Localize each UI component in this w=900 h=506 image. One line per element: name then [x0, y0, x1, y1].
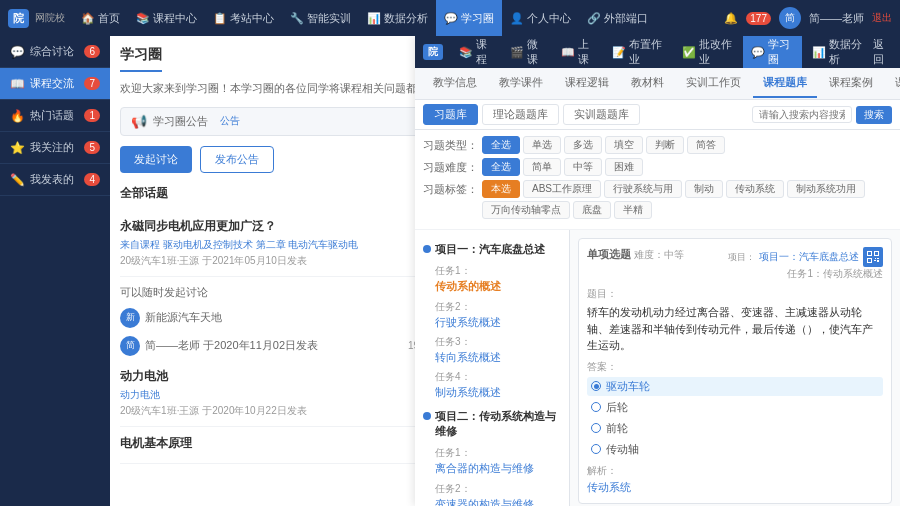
- overlay-nav-class[interactable]: 📖 上课: [553, 36, 602, 68]
- nav-exam[interactable]: 📋 考站中心: [205, 0, 282, 36]
- search-button[interactable]: 搜索: [856, 106, 892, 124]
- logo-box: 院: [8, 9, 29, 28]
- search-input[interactable]: [752, 106, 852, 123]
- nav-personal[interactable]: 👤 个人中心: [502, 0, 579, 36]
- filter-tag-transmission[interactable]: 传动系统: [726, 180, 784, 198]
- overlay-course-tabs: 教学信息 教学课件 课程逻辑 教材料 实训工作页 课程题库 课程案例 课程大纲 …: [415, 68, 900, 100]
- nav-courses[interactable]: 📚 课程中心: [128, 0, 205, 36]
- filter-row-type: 习题类型： 全选 单选 多选 填空 判断 简答: [423, 136, 892, 154]
- overlay-nav-assign[interactable]: 📝 布置作业: [604, 36, 672, 68]
- tab-outline[interactable]: 课程大纲: [885, 70, 900, 98]
- filter-tag-fill[interactable]: 填空: [605, 136, 643, 154]
- filter-tag-brake-system[interactable]: 制动系统功用: [787, 180, 865, 198]
- discussion-meta-1: 20级汽车1班·王源 于2021年05月10日发表: [120, 254, 419, 268]
- svg-rect-5: [868, 259, 871, 262]
- overlay-nav-circle[interactable]: 💬 学习圈: [743, 36, 801, 68]
- discussion-title-3[interactable]: 电机基本原理: [120, 435, 419, 452]
- app-logo: 院 网院校: [8, 9, 65, 28]
- top-navigation: 院 网院校 🏠 首页 📚 课程中心 📋 考站中心 🔧 智能实训 📊 数据分析 💬…: [0, 0, 900, 36]
- back-button[interactable]: 返回: [873, 37, 892, 67]
- filter-tag-easy[interactable]: 简单: [523, 158, 561, 176]
- nav-data[interactable]: 📊 数据分析: [359, 0, 436, 36]
- answer-option-1-2: 后轮: [587, 398, 883, 417]
- post-announcement-button[interactable]: 发布公告: [200, 146, 274, 173]
- bell-icon[interactable]: 🔔: [724, 12, 738, 25]
- post-discussion-button[interactable]: 发起讨论: [120, 146, 192, 173]
- tree-project-title-2[interactable]: 项目二：传动系统构造与维修: [415, 405, 569, 444]
- filter-tag-single[interactable]: 单选: [523, 136, 561, 154]
- answer-option-1-3: 前轮: [587, 419, 883, 438]
- tree-dot-1: [423, 245, 431, 253]
- tree-task-title-2-2[interactable]: 变速器的构造与维修: [435, 497, 561, 506]
- filter-tag-multiple[interactable]: 多选: [564, 136, 602, 154]
- tree-task-title-1-1[interactable]: 传动系的概述: [435, 279, 561, 293]
- tree-task-title-2-1[interactable]: 离合器的构造与维修: [435, 461, 561, 475]
- overlay-nav-data[interactable]: 📊 数据分析: [804, 36, 872, 68]
- qr-code-icon-1[interactable]: [863, 247, 883, 267]
- tab-teaching-info[interactable]: 教学信息: [423, 70, 487, 98]
- question-panel: 单项选题 难度：中等 项目： 项目一：汽车底盘总述: [570, 230, 900, 506]
- discussion-title-1[interactable]: 永磁同步电机应用更加广泛？: [120, 218, 419, 235]
- sidebar-item-course[interactable]: 📖 课程交流 7: [0, 68, 110, 100]
- tab-teaching-material[interactable]: 教学课件: [489, 70, 553, 98]
- nav-learning-circle[interactable]: 💬 学习圈: [436, 0, 502, 36]
- discussion-meta-2: 20级汽车1班·王源 于2020年10月22日发表: [120, 404, 419, 418]
- tree-task-title-1-3[interactable]: 转向系统概述: [435, 350, 561, 364]
- filter-tag-judge[interactable]: 判断: [646, 136, 684, 154]
- filter-tag-medium[interactable]: 中等: [564, 158, 602, 176]
- filter-tag-hard[interactable]: 困难: [605, 158, 643, 176]
- answer-label-1: 答案：: [587, 360, 883, 374]
- sidebar-item-general[interactable]: 💬 综合讨论 6: [0, 36, 110, 68]
- radio-dot-2: [591, 402, 601, 412]
- filter-tag-drive-shaft[interactable]: 万向传动轴零点: [482, 201, 570, 219]
- discussion-title-2[interactable]: 动力电池: [120, 368, 419, 385]
- svg-rect-9: [877, 260, 879, 262]
- announce-icon: 📢: [131, 114, 147, 129]
- tree-project-title-1[interactable]: 项目一：汽车底盘总述: [415, 238, 569, 261]
- filter-tags-tag: 本选 ABS工作原理 行驶系统与用 制动 传动系统 制动系统功用 万向传动轴零点…: [482, 180, 892, 219]
- tab-practice[interactable]: 实训工作页: [676, 70, 751, 98]
- sidebar-item-posted[interactable]: ✏️ 我发表的 4: [0, 164, 110, 196]
- nav-home[interactable]: 🏠 首页: [73, 0, 128, 36]
- filter-tag-brake[interactable]: 制动: [685, 180, 723, 198]
- explain-link-1[interactable]: 传动系统: [587, 480, 883, 495]
- reply-avatar-1: 新: [120, 308, 140, 328]
- filter-tag-selected[interactable]: 本选: [482, 180, 520, 198]
- tab-question-bank[interactable]: 课程题库: [753, 70, 817, 98]
- logout-label[interactable]: 退出: [872, 11, 892, 25]
- overlay-nav-micro[interactable]: 🎬 微课: [502, 36, 551, 68]
- filter-tag-all-diff[interactable]: 全选: [482, 158, 520, 176]
- subtab-practice[interactable]: 实训题题库: [563, 104, 640, 125]
- filter-tag-all-type[interactable]: 全选: [482, 136, 520, 154]
- filter-tag-semi[interactable]: 半精: [614, 201, 652, 219]
- filter-tag-driving[interactable]: 行驶系统与用: [604, 180, 682, 198]
- filter-label-difficulty: 习题难度：: [423, 158, 478, 175]
- overlay-subtabs: 习题库 理论题题库 实训题题库 搜索: [415, 100, 900, 130]
- overlay-nav-courses[interactable]: 📚 课程: [451, 36, 500, 68]
- filter-tag-chassis[interactable]: 底盘: [573, 201, 611, 219]
- main-layout: 💬 综合讨论 6 📖 课程交流 7 🔥 热门话题 1 ⭐ 我关注的 5: [0, 36, 900, 506]
- answer-option-1-4: 传动轴: [587, 440, 883, 459]
- sidebar-item-following[interactable]: ⭐ 我关注的 5: [0, 132, 110, 164]
- tab-course-logic[interactable]: 课程逻辑: [555, 70, 619, 98]
- sidebar-item-hot[interactable]: 🔥 热门话题 1: [0, 100, 110, 132]
- posted-badge: 4: [84, 173, 100, 186]
- nav-external[interactable]: 🔗 外部端口: [579, 0, 656, 36]
- filter-area: 习题类型： 全选 单选 多选 填空 判断 简答 习题难度： 全选 简: [415, 130, 900, 230]
- filter-tag-short[interactable]: 简答: [687, 136, 725, 154]
- filter-tag-abs[interactable]: ABS工作原理: [523, 180, 601, 198]
- nav-training[interactable]: 🔧 智能实训: [282, 0, 359, 36]
- tab-textbook[interactable]: 教材料: [621, 70, 674, 98]
- subtab-theory[interactable]: 理论题题库: [482, 104, 559, 125]
- tree-task-title-1-4[interactable]: 制动系统概述: [435, 385, 561, 399]
- tab-case[interactable]: 课程案例: [819, 70, 883, 98]
- question-label-1: 题目：: [587, 287, 883, 301]
- subtab-exercise[interactable]: 习题库: [423, 104, 478, 125]
- general-badge: 6: [84, 45, 100, 58]
- overlay-body: 项目一：汽车底盘总述 任务1： 传动系的概述 任务2： 行驶系统概述 任务3：: [415, 230, 900, 506]
- overlay-nav-grade[interactable]: ✅ 批改作业: [674, 36, 742, 68]
- course-exchange-icon: 📖: [10, 77, 25, 91]
- tree-task-title-1-2[interactable]: 行驶系统概述: [435, 315, 561, 329]
- question-meta-task-1: 任务1：传动系统概述: [728, 267, 883, 281]
- explain-label-1: 解析：: [587, 464, 883, 478]
